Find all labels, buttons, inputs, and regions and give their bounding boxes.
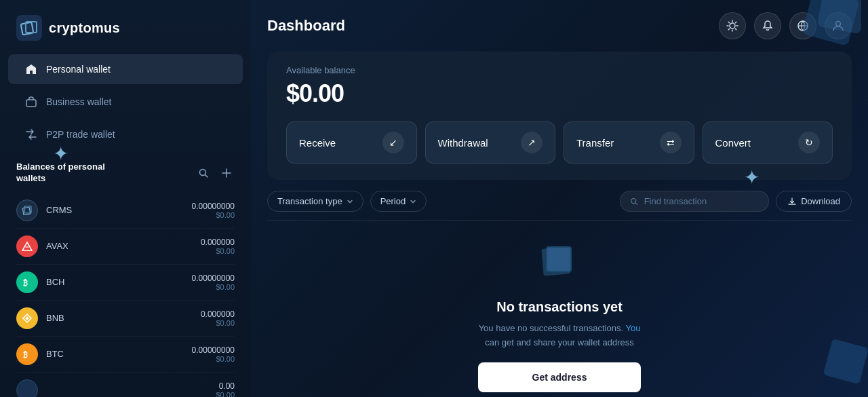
- logo-area: cryptomus: [0, 0, 251, 53]
- get-address-button[interactable]: Get address: [478, 362, 642, 392]
- receive-label: Receive: [299, 137, 336, 149]
- svg-text:₿: ₿: [23, 350, 28, 360]
- svg-rect-3: [26, 100, 36, 107]
- p2p-icon: [24, 128, 38, 141]
- balance-card: Available balance $0.00 Receive ↙ Withdr…: [267, 52, 852, 180]
- download-button[interactable]: Download: [776, 191, 852, 212]
- wallets-header: Balances of personalwallets: [16, 162, 235, 185]
- list-item[interactable]: AVAX 0.000000 $0.00: [16, 229, 235, 265]
- svg-rect-8: [22, 207, 30, 214]
- sidebar-item-p2p-wallet[interactable]: P2P trade wallet: [8, 119, 243, 149]
- search-wallets-button[interactable]: [195, 165, 212, 181]
- svg-point-14: [730, 23, 735, 29]
- svg-line-19: [728, 22, 729, 22]
- convert-label: Convert: [715, 137, 751, 149]
- avax-balance: 0.000000 $0.00: [201, 238, 235, 255]
- wallet-actions: [195, 165, 235, 181]
- wallets-title: Balances of personalwallets: [16, 162, 105, 185]
- home-icon: [24, 62, 38, 76]
- svg-point-25: [836, 22, 841, 26]
- wallet-list: CRMS 0.00000000 $0.00 AVAX 0.000000 $0: [16, 193, 235, 397]
- transfer-button[interactable]: Transfer ⇄: [564, 121, 694, 164]
- list-item[interactable]: CRMS 0.00000000 $0.00: [16, 193, 235, 229]
- transaction-search[interactable]: [620, 191, 769, 212]
- empty-title: No transactions yet: [496, 299, 623, 315]
- svg-rect-0: [16, 15, 42, 41]
- list-item[interactable]: ₿ BCH 0.00000000 $0.00: [16, 265, 235, 301]
- page-title: Dashboard: [267, 17, 345, 35]
- sidebar-item-business-wallet[interactable]: Business wallet: [8, 87, 243, 117]
- period-label: Period: [380, 196, 406, 206]
- business-wallet-label: Business wallet: [46, 96, 112, 107]
- withdrawal-icon: ↗: [521, 132, 542, 153]
- add-wallet-button[interactable]: [218, 165, 235, 181]
- theme-toggle-button[interactable]: [719, 12, 746, 39]
- period-filter[interactable]: Period: [370, 191, 427, 212]
- svg-line-27: [635, 202, 637, 204]
- crms-label: CRMS: [46, 205, 184, 215]
- notifications-button[interactable]: [754, 12, 781, 39]
- list-item[interactable]: 0.00 $0.00: [16, 373, 235, 397]
- sun-icon: [726, 20, 738, 32]
- empty-state: No transactions yet You have no successf…: [267, 221, 852, 397]
- bch-label: BCH: [46, 277, 184, 287]
- list-item[interactable]: ₿ BTC 0.00000000 $0.00: [16, 337, 235, 373]
- transfer-icon: ⇄: [660, 132, 682, 153]
- empty-desc-link: You: [625, 323, 640, 333]
- bnb-label: BNB: [46, 313, 193, 323]
- withdrawal-button[interactable]: Withdrawal ↗: [425, 121, 556, 164]
- btc-label: BTC: [46, 349, 184, 359]
- receive-button[interactable]: Receive ↙: [286, 121, 417, 164]
- chevron-down-icon: [410, 198, 416, 205]
- svg-rect-30: [547, 248, 570, 271]
- globe-icon: [797, 20, 809, 32]
- list-item[interactable]: BNB 0.000000 $0.00: [16, 301, 235, 337]
- empty-description: You have no successful transactions. You…: [479, 322, 641, 350]
- personal-wallet-label: Personal wallet: [46, 64, 111, 75]
- chevron-down-icon: [347, 198, 353, 205]
- logo-text: cryptomus: [49, 20, 120, 36]
- search-input[interactable]: [644, 196, 760, 206]
- language-button[interactable]: [789, 12, 816, 39]
- search-icon: [630, 197, 638, 206]
- svg-line-22: [728, 29, 729, 29]
- main-content: Dashboard: [251, 0, 868, 397]
- transactions-section: Transaction type Period: [251, 191, 868, 397]
- transaction-type-label: Transaction type: [277, 196, 342, 206]
- avax-icon: [16, 235, 38, 257]
- topbar: Dashboard: [251, 0, 868, 52]
- download-icon: [787, 197, 797, 206]
- transaction-type-filter[interactable]: Transaction type: [267, 191, 363, 212]
- crms-balance: 0.00000000 $0.00: [192, 202, 235, 219]
- transfer-label: Transfer: [576, 137, 614, 149]
- profile-button[interactable]: [825, 12, 852, 39]
- topbar-actions: [719, 12, 852, 39]
- download-label: Download: [801, 196, 840, 206]
- convert-button[interactable]: Convert ↻: [703, 121, 833, 164]
- crms-icon: [16, 200, 38, 221]
- svg-line-20: [735, 29, 736, 29]
- p2p-wallet-label: P2P trade wallet: [46, 129, 115, 140]
- user-icon: [832, 20, 844, 32]
- empty-state-illustration: [532, 234, 587, 288]
- balance-label: Available balance: [286, 65, 833, 75]
- bnb-icon: [16, 307, 38, 329]
- sidebar-item-personal-wallet[interactable]: Personal wallet: [8, 54, 243, 84]
- transactions-filters: Transaction type Period: [267, 191, 852, 221]
- svg-line-21: [735, 22, 736, 22]
- action-buttons: Receive ↙ Withdrawal ↗ Transfer ⇄ Conver…: [286, 121, 833, 164]
- balance-amount: $0.00: [286, 79, 833, 108]
- convert-icon: ↻: [798, 132, 820, 153]
- logo-icon: [16, 15, 42, 41]
- bell-icon: [762, 20, 774, 32]
- svg-rect-12: [25, 316, 29, 320]
- star-decoration: ✦: [53, 143, 68, 165]
- bch-balance: 0.00000000 $0.00: [192, 273, 235, 291]
- wallets-section: Balances of personalwallets: [0, 151, 251, 397]
- bch-icon: ₿: [16, 271, 38, 293]
- unknown-coin-icon: [16, 379, 38, 397]
- briefcase-icon: [24, 95, 38, 109]
- withdrawal-label: Withdrawal: [438, 137, 488, 149]
- btc-balance: 0.00000000 $0.00: [192, 345, 235, 363]
- bnb-balance: 0.000000 $0.00: [201, 309, 235, 327]
